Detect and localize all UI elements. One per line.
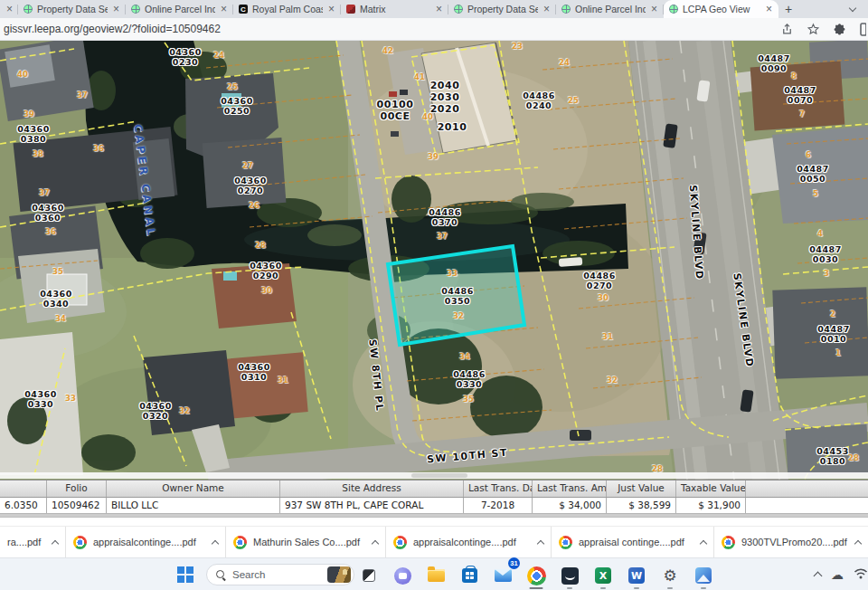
cell-last-trans-date: 7-2018	[464, 498, 533, 513]
tab-close-icon[interactable]: ×	[435, 4, 443, 14]
download-expand-chevron-icon[interactable]	[52, 539, 59, 547]
tab-close-icon[interactable]: ×	[5, 4, 14, 14]
chat-button[interactable]	[389, 562, 416, 589]
parcel-id-label: 043600270	[234, 176, 267, 195]
settings-button[interactable]: ⚙	[656, 562, 684, 589]
url-text[interactable]: gissvr.leepa.org/geoview2/?folioid=10509…	[0, 23, 221, 35]
lot-number-label: 34	[55, 314, 66, 323]
tab-search-chevron-icon[interactable]	[837, 0, 868, 18]
download-expand-chevron-icon[interactable]	[372, 539, 379, 547]
download-expand-chevron-icon[interactable]	[537, 539, 544, 547]
tab-property-data-1[interactable]: Property Data Se×	[18, 0, 126, 18]
chrome-file-icon	[73, 536, 87, 549]
royal-palm-favicon: C	[239, 5, 248, 14]
scrollbar-thumb[interactable]	[411, 473, 467, 478]
running-indicator	[701, 587, 706, 590]
lot-number-label: 27	[242, 161, 253, 170]
task-view-icon	[363, 569, 375, 582]
side-panel-icon[interactable]	[859, 23, 866, 36]
new-tab-button[interactable]: +	[778, 0, 798, 18]
windows-taskbar: Search 31 X W ⚙ ☁	[0, 557, 868, 590]
tab-close-icon[interactable]: ×	[327, 4, 335, 14]
parcel-id-label: 044860330	[453, 369, 486, 389]
table-row[interactable]: 6.0350 10509462 BILLO LLC 937 SW 8TH PL,…	[0, 498, 868, 514]
search-highlight-image	[327, 566, 351, 583]
tab-close-icon[interactable]: ×	[220, 4, 228, 14]
lot-number-label: 40	[422, 112, 433, 121]
photos-button[interactable]	[690, 562, 717, 589]
download-item[interactable]: Mathurin Sales Co....pdf	[226, 527, 386, 557]
start-button[interactable]	[177, 566, 193, 583]
cell-folio: 10509462	[47, 498, 107, 513]
tab-close-icon[interactable]: ×	[765, 4, 773, 14]
download-item[interactable]: appraisalcontinge....pdf	[386, 527, 552, 557]
mail-button[interactable]: 31	[489, 562, 516, 589]
tab-close-icon[interactable]: ×	[542, 4, 551, 14]
chat-icon	[394, 567, 411, 585]
photos-icon	[695, 567, 712, 584]
word-button[interactable]: W	[623, 562, 650, 589]
download-expand-chevron-icon[interactable]	[212, 539, 219, 547]
parcel-id-label: 044870030	[809, 244, 842, 264]
wifi-icon[interactable]	[854, 566, 868, 583]
tab-lcpa-geo-view-active[interactable]: LCPA Geo View×	[664, 0, 778, 18]
tab-matrix[interactable]: Matrix×	[341, 0, 448, 18]
tab-close-icon[interactable]: ×	[650, 4, 658, 14]
lot-number-label: 7	[799, 109, 805, 119]
globe-favicon	[24, 5, 33, 14]
tray-show-hidden-chevron-icon[interactable]	[814, 572, 823, 581]
map-horizontal-scrollbar[interactable]	[0, 472, 868, 479]
parcel-id-label: 044860370	[429, 207, 461, 227]
download-item[interactable]: appraisal continge....pdf	[552, 527, 714, 557]
desktop-screen: × Property Data Se× Online Parcel Inq× C…	[0, 0, 868, 590]
browser-tab-clipped[interactable]: ×	[0, 0, 18, 18]
download-item[interactable]: 9300TVLPromo20....pdf	[714, 527, 868, 557]
tab-close-icon[interactable]: ×	[112, 4, 120, 14]
running-indicator	[567, 587, 572, 590]
lot-number-label: 1	[835, 348, 841, 357]
parcel-id-label: 043600290	[250, 261, 282, 281]
tab-online-parcel-2[interactable]: Online Parcel Inq×	[556, 0, 664, 18]
download-item[interactable]: ra....pdf	[0, 527, 66, 557]
search-placeholder: Search	[232, 569, 321, 580]
lot-number-label: 32	[453, 311, 464, 320]
search-icon	[216, 570, 226, 580]
chrome-file-icon	[559, 536, 572, 549]
download-expand-chevron-icon[interactable]	[854, 539, 862, 547]
column-header-just-value: Just Value	[607, 481, 676, 497]
lot-number-label: 25	[227, 82, 238, 91]
tab-label: Royal Palm Coast	[252, 4, 323, 14]
column-header-last-trans-date: Last Trans. Date	[464, 481, 533, 497]
download-item[interactable]: appraisalcontinge....pdf	[66, 527, 226, 557]
parcel-id-label: 044870090	[758, 53, 790, 73]
lot-number-label: 30	[261, 286, 272, 295]
file-explorer-button[interactable]	[422, 562, 449, 589]
extensions-puzzle-icon[interactable]	[833, 23, 846, 36]
onedrive-cloud-icon[interactable]: ☁	[831, 568, 844, 581]
lot-number-label: 24	[213, 51, 224, 60]
map-viewport[interactable]: 043600230 043600250 043600380 043600270 …	[0, 41, 868, 480]
column-header-last-trans-amt: Last Trans. Amt	[533, 481, 607, 497]
microsoft-store-button[interactable]	[456, 562, 483, 589]
running-indicator	[667, 587, 673, 590]
excel-button[interactable]: X	[590, 562, 617, 589]
tab-online-parcel-1[interactable]: Online Parcel Inq×	[126, 0, 233, 18]
mail-unread-badge: 31	[508, 557, 520, 569]
task-view-button[interactable]	[355, 562, 382, 589]
system-tray: ☁	[815, 558, 868, 590]
running-indicator	[530, 587, 543, 590]
tab-property-data-2[interactable]: Property Data Se×	[448, 0, 556, 18]
running-indicator	[600, 587, 606, 590]
chrome-button[interactable]	[523, 562, 550, 589]
tab-royal-palm-coast[interactable]: CRoyal Palm Coast×	[233, 0, 341, 18]
scan-app-button[interactable]	[556, 562, 583, 589]
column-header-filler	[746, 481, 868, 497]
taskbar-search-box[interactable]: Search	[206, 564, 354, 585]
gear-icon: ⚙	[663, 568, 676, 584]
parcel-id-label: 043600380	[17, 124, 50, 144]
bookmark-star-icon[interactable]	[807, 23, 820, 36]
share-icon[interactable]	[780, 23, 794, 36]
cell-last-trans-amt: $ 34,000	[533, 498, 607, 513]
download-expand-chevron-icon[interactable]	[700, 539, 707, 547]
folder-icon	[428, 569, 445, 582]
